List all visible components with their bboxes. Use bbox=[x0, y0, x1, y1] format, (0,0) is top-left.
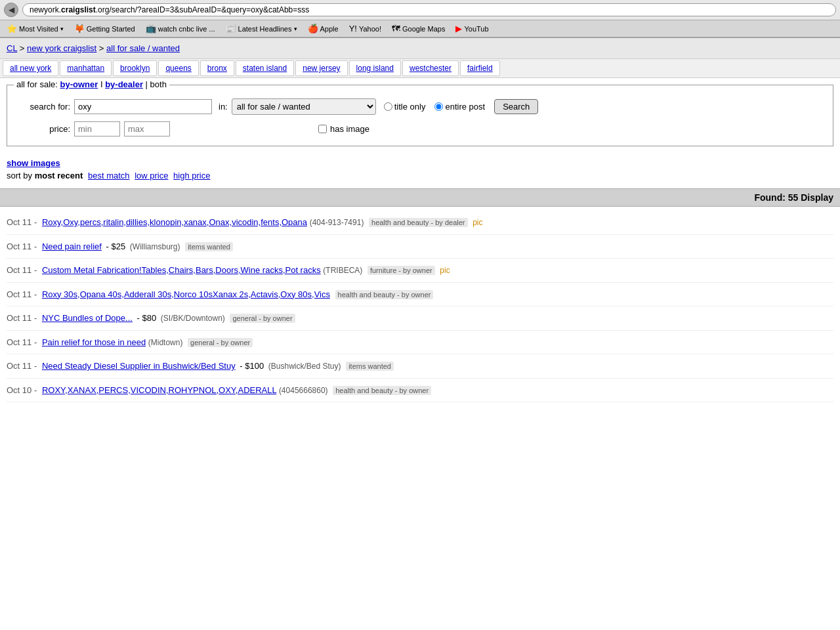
region-tab-staten-island[interactable]: staten island bbox=[236, 60, 294, 76]
breadcrumb: CL > new york craigslist > all for sale … bbox=[0, 38, 840, 58]
listing-category: items wanted bbox=[185, 242, 233, 251]
youtube-icon: ▶ bbox=[455, 24, 462, 33]
yahoo-icon: Y! bbox=[349, 24, 357, 33]
price-max-input[interactable] bbox=[124, 121, 170, 136]
url-bold: craigslist bbox=[61, 5, 96, 14]
most-recent-label: most recent bbox=[35, 171, 83, 180]
show-images-link[interactable]: show images bbox=[7, 158, 60, 168]
price-label: price: bbox=[18, 124, 70, 134]
listing-title[interactable]: Need pain relief bbox=[42, 242, 102, 251]
bookmark-cnbc[interactable]: 📺 watch cnbc live ... bbox=[142, 22, 219, 35]
region-tab-manhattan[interactable]: manhattan bbox=[60, 60, 112, 76]
listing-location: (SI/BK/Downtown) bbox=[161, 314, 225, 323]
listing-date: Oct 11 - bbox=[7, 242, 37, 251]
bookmark-label: Getting Started bbox=[87, 25, 135, 33]
listing-price: - $100 bbox=[240, 361, 264, 371]
listing-date: Oct 11 - bbox=[7, 217, 37, 227]
bookmark-label: watch cnbc live ... bbox=[158, 25, 215, 33]
has-image-checkbox[interactable] bbox=[318, 125, 327, 133]
bookmark-yahoo[interactable]: Y! Yahoo! bbox=[345, 22, 385, 35]
low-price-link[interactable]: low price bbox=[135, 171, 168, 180]
region-tab-new-jersey[interactable]: new jersey bbox=[295, 60, 347, 76]
bookmark-apple[interactable]: 🍎 Apple bbox=[304, 22, 343, 35]
bookmark-headlines[interactable]: 📰 Latest Headlines ▾ bbox=[222, 22, 301, 35]
listing-location: (TRIBECA) bbox=[323, 266, 362, 275]
region-tab-all-new-york[interactable]: all new york bbox=[3, 60, 58, 76]
high-price-link[interactable]: high price bbox=[173, 171, 210, 180]
listing-title[interactable]: Need Steady Diesel Supplier in Bushwick/… bbox=[42, 361, 236, 371]
listing-date: Oct 11 - bbox=[7, 265, 37, 275]
url-bar[interactable]: newyork.craigslist.org/search/?areaID=3&… bbox=[22, 3, 836, 16]
listing-title[interactable]: Custom Metal Fabrication!Tables,Chairs,B… bbox=[42, 265, 321, 275]
bookmark-most-visited[interactable]: ⭐ Most Visited ▾ bbox=[3, 22, 68, 35]
entire-post-radio[interactable] bbox=[434, 102, 443, 111]
listing-category: health and beauty - by dealer bbox=[369, 218, 468, 227]
bookmark-google-maps[interactable]: 🗺 Google Maps bbox=[388, 22, 449, 35]
bookmark-youtube[interactable]: ▶ YouTub bbox=[452, 22, 492, 35]
search-type-group: title only entire post Search bbox=[384, 99, 539, 114]
listing-location: (Midtown) bbox=[148, 338, 183, 347]
breadcrumb-cl-link[interactable]: CL bbox=[7, 43, 17, 53]
tv-icon: 📺 bbox=[146, 24, 156, 33]
listings-container: Oct 11 - Roxy,Oxy,percs,ritalin,dillies,… bbox=[0, 207, 840, 406]
found-bar: Found: 55 Display bbox=[0, 188, 840, 207]
price-min-input[interactable] bbox=[74, 121, 120, 136]
listing-title[interactable]: NYC Bundles of Dope... bbox=[42, 313, 133, 323]
breadcrumb-ny-link[interactable]: new york craigslist bbox=[27, 43, 96, 53]
region-tab-long-island[interactable]: long island bbox=[349, 60, 401, 76]
breadcrumb-section-link[interactable]: all for sale / wanted bbox=[106, 43, 180, 53]
title-only-option[interactable]: title only bbox=[384, 102, 426, 112]
title-only-label: title only bbox=[394, 102, 426, 112]
listing-category: general - by owner bbox=[188, 338, 253, 347]
news-icon: 📰 bbox=[226, 24, 236, 33]
region-tab-fairfield[interactable]: fairfield bbox=[460, 60, 500, 76]
listing-row: Oct 11 - Custom Metal Fabrication!Tables… bbox=[7, 259, 833, 283]
by-dealer-link[interactable]: by-dealer bbox=[105, 79, 143, 89]
has-image-label: has image bbox=[330, 124, 369, 134]
listing-location: (Bushwick/Bed Stuy) bbox=[268, 362, 341, 371]
address-bar: ◀ newyork.craigslist.org/search/?areaID=… bbox=[0, 0, 840, 20]
listing-date: Oct 11 - bbox=[7, 313, 37, 323]
breadcrumb-sep2: > bbox=[99, 43, 106, 53]
listing-title[interactable]: Pain relief for those in need bbox=[42, 337, 146, 347]
listing-date: Oct 10 - bbox=[7, 385, 37, 395]
price-row: price: has image bbox=[18, 121, 822, 136]
search-input[interactable] bbox=[74, 99, 212, 114]
listing-location: (Williamsburg) bbox=[130, 242, 180, 251]
search-for-label: search for: bbox=[18, 102, 70, 112]
title-only-radio[interactable] bbox=[384, 102, 392, 111]
bookmark-getting-started[interactable]: 🦊 Getting Started bbox=[70, 22, 139, 35]
chevron-down-icon: ▾ bbox=[60, 26, 64, 32]
chevron-down-icon: ▾ bbox=[294, 26, 297, 32]
listing-pic: pic bbox=[472, 218, 482, 227]
search-button[interactable]: Search bbox=[494, 99, 538, 114]
listing-row: Oct 11 - Need pain relief - $25 (William… bbox=[7, 235, 833, 259]
region-tab-bronx[interactable]: bronx bbox=[200, 60, 234, 76]
sort-bar: sort by most recent best match low price… bbox=[7, 171, 833, 180]
category-select[interactable]: all for sale / wantedantiquesappliancesa… bbox=[232, 98, 376, 115]
back-button[interactable]: ◀ bbox=[4, 3, 18, 17]
best-match-link[interactable]: best match bbox=[88, 171, 130, 180]
entire-post-option[interactable]: entire post bbox=[434, 102, 485, 112]
firefox-icon: 🦊 bbox=[74, 24, 85, 33]
listing-title[interactable]: ROXY,XANAX,PERCS,VICODIN,ROHYPNOL,OXY,AD… bbox=[42, 385, 276, 395]
region-tab-brooklyn[interactable]: brooklyn bbox=[113, 60, 157, 76]
star-icon: ⭐ bbox=[7, 24, 17, 33]
listing-title[interactable]: Roxy 30s,Opana 40s,Adderall 30s,Norco 10… bbox=[42, 289, 330, 299]
listing-category: health and beauty - by owner bbox=[335, 290, 434, 299]
listing-date: Oct 11 - bbox=[7, 337, 37, 347]
region-tab-queens[interactable]: queens bbox=[158, 60, 198, 76]
sort-by-label: sort by bbox=[7, 171, 32, 180]
bookmark-label: YouTub bbox=[464, 25, 488, 33]
listing-price: - $25 bbox=[106, 242, 126, 251]
region-tab-westchester[interactable]: westchester bbox=[402, 60, 459, 76]
listing-extra: (404-913-7491) bbox=[310, 218, 364, 227]
listing-title[interactable]: Roxy,Oxy,percs,ritalin,dillies,klonopin,… bbox=[42, 217, 307, 227]
region-tabs: all new yorkmanhattanbrooklynqueensbronx… bbox=[0, 58, 840, 78]
apple-icon: 🍎 bbox=[308, 24, 318, 33]
bookmark-label: Latest Headlines bbox=[238, 25, 292, 33]
map-icon: 🗺 bbox=[392, 24, 400, 33]
bookmarks-bar: ⭐ Most Visited ▾ 🦊 Getting Started 📺 wat… bbox=[0, 20, 840, 37]
bookmark-label: Most Visited bbox=[19, 25, 58, 33]
by-owner-link[interactable]: by-owner bbox=[60, 79, 98, 89]
